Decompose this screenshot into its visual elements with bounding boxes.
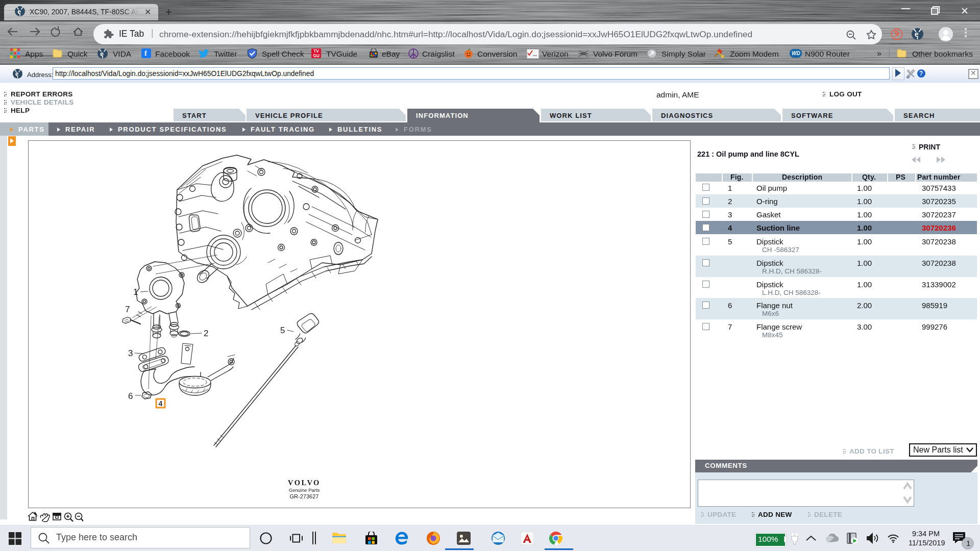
svg-text:6: 6 (128, 391, 133, 401)
svg-text:Genuine Parts: Genuine Parts (289, 487, 320, 493)
svg-text:3: 3 (128, 348, 133, 358)
svg-text:5: 5 (280, 325, 285, 335)
svg-text:e: e (17, 7, 21, 15)
svg-text:e: e (15, 70, 18, 78)
svg-text:VOLVO: VOLVO (288, 479, 321, 487)
svg-text:e: e (915, 29, 919, 39)
svg-text:e: e (100, 49, 104, 58)
svg-text:1: 1 (133, 287, 138, 297)
svg-text:2: 2 (204, 329, 208, 338)
svg-text:4: 4 (159, 399, 163, 408)
svg-text:7: 7 (125, 305, 130, 314)
svg-text:GR-273627: GR-273627 (290, 493, 319, 499)
